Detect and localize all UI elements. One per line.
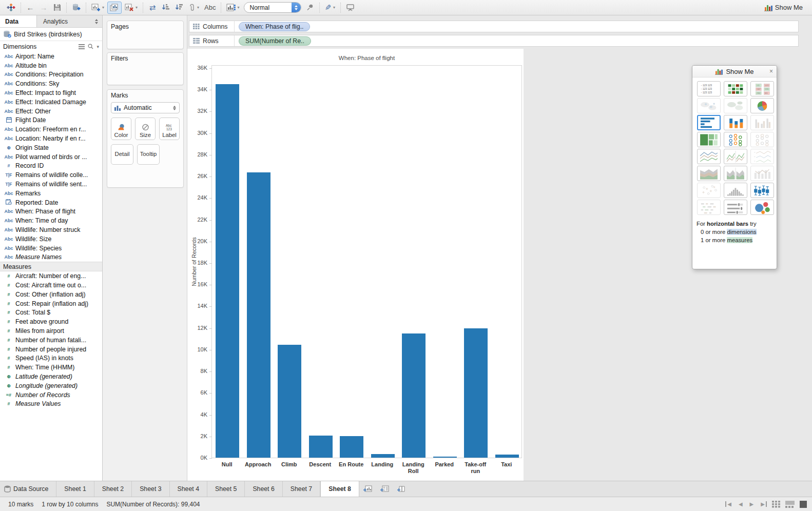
field-row[interactable]: AbcWildlife: Species xyxy=(0,244,102,253)
bar[interactable] xyxy=(247,172,270,458)
show-sheet-sorter-icon[interactable] xyxy=(800,501,807,508)
showme-item-treemap[interactable] xyxy=(697,132,721,147)
first-sheet-button[interactable]: ◀ xyxy=(725,501,732,507)
tab-data[interactable]: Data xyxy=(0,15,37,27)
showme-item-symbol-map[interactable] xyxy=(697,98,721,113)
plot-area[interactable] xyxy=(211,65,522,458)
field-row[interactable]: AbcPilot warned of birds or ... xyxy=(0,152,102,162)
sort-ascending-button[interactable] xyxy=(160,2,172,14)
showme-item-highlight-table[interactable] xyxy=(724,81,747,96)
view-size-dropdown[interactable]: Normal xyxy=(244,2,301,13)
sheet-tab-sheet-2[interactable]: Sheet 2 xyxy=(94,481,132,497)
new-story-button[interactable] xyxy=(393,481,410,497)
showme-item-horizontal-bars[interactable] xyxy=(697,115,721,130)
field-row[interactable]: #Cost: Aircraft time out o... xyxy=(0,281,102,290)
field-row[interactable]: AbcWhen: Time of day xyxy=(0,216,102,225)
bar[interactable] xyxy=(402,333,426,458)
field-row[interactable]: #Measure Values xyxy=(0,399,102,408)
tab-analytics[interactable]: Analytics xyxy=(37,15,91,27)
showme-item-lines-continuous[interactable] xyxy=(697,149,721,164)
showme-item-histogram[interactable] xyxy=(724,183,747,198)
sheet-tab-sheet-5[interactable]: Sheet 5 xyxy=(207,481,245,497)
bar[interactable] xyxy=(495,455,519,458)
field-row[interactable]: AbcEffect: Other xyxy=(0,107,102,116)
field-row[interactable]: AbcAltitude bin xyxy=(0,61,102,70)
sheet-tab-sheet-6[interactable]: Sheet 6 xyxy=(245,481,282,497)
showme-item-side-by-side-circles[interactable] xyxy=(750,132,774,147)
field-row[interactable]: ⊕Longitude (generated) xyxy=(0,381,102,390)
field-row[interactable]: AbcWildlife: Number struck xyxy=(0,225,102,234)
label-button[interactable]: Abc123 Label xyxy=(159,117,180,140)
next-sheet-button[interactable]: ▶ xyxy=(749,501,755,507)
redo-button[interactable]: → xyxy=(37,2,50,14)
field-row[interactable]: AbcConditions: Sky xyxy=(0,79,102,88)
bar[interactable] xyxy=(278,345,301,458)
tooltip-button[interactable]: Tooltip xyxy=(137,144,160,165)
showme-item-bullet-graph[interactable] xyxy=(724,200,747,215)
rows-pill[interactable]: SUM(Number of Re.. xyxy=(239,36,311,46)
field-row[interactable]: =#Number of Records xyxy=(0,390,102,400)
bar[interactable] xyxy=(216,84,239,458)
sheet-tab-sheet-8[interactable]: Sheet 8 xyxy=(320,481,359,497)
field-row[interactable]: AbcLocation: Nearby if en r... xyxy=(0,134,102,143)
last-sheet-button[interactable]: ▶ xyxy=(760,501,767,507)
swap-rows-columns-button[interactable]: ⇄ xyxy=(146,2,159,14)
field-row[interactable]: #Cost: Other (inflation adj) xyxy=(0,290,102,299)
mark-type-dropdown[interactable]: Automatic xyxy=(111,102,180,113)
showme-item-gantt[interactable] xyxy=(697,200,721,215)
new-worksheet-button[interactable] xyxy=(359,481,376,497)
fix-axes-pin-button[interactable] xyxy=(304,2,316,14)
pane-menu-caret[interactable]: ▾ xyxy=(96,44,99,49)
pane-stepper-icon[interactable] xyxy=(91,15,102,27)
sort-descending-button[interactable] xyxy=(173,2,185,14)
datasource-item[interactable]: Bird Strikes (birdstrikes) xyxy=(0,28,102,41)
field-row[interactable]: #Feet above ground xyxy=(0,317,102,326)
bar[interactable] xyxy=(464,328,488,458)
field-row[interactable]: T|FRemains of wildlife colle... xyxy=(0,170,102,180)
pages-shelf[interactable]: Pages xyxy=(107,21,184,49)
columns-shelf[interactable]: Columns When: Phase of flig.. xyxy=(189,21,799,32)
show-me-header[interactable]: Show Me × xyxy=(692,66,777,77)
highlight-button[interactable]: ✎▾ xyxy=(323,2,337,14)
find-field-icon[interactable] xyxy=(88,44,93,49)
clear-sheet-button[interactable]: ▾ xyxy=(123,2,140,14)
bar[interactable] xyxy=(340,436,363,458)
showme-item-text-table[interactable]: - 123 123- 123 123- 123 123 xyxy=(697,81,721,96)
tableau-logo-icon[interactable] xyxy=(5,2,17,14)
field-row[interactable]: AbcWildlife: Size xyxy=(0,234,102,244)
view-list-icon[interactable] xyxy=(79,44,85,49)
showme-item-dual-combination[interactable] xyxy=(750,166,774,181)
tab-data-source[interactable]: Data Source xyxy=(0,481,56,497)
field-row[interactable]: Flight Date xyxy=(0,116,102,125)
field-row[interactable]: #When: Time (HHMM) xyxy=(0,363,102,372)
field-row[interactable]: AbcEffect: Indicated Damage xyxy=(0,97,102,107)
field-row[interactable]: #Cost: Repair (inflation adj) xyxy=(0,299,102,308)
field-row[interactable]: AbcConditions: Precipitation xyxy=(0,70,102,80)
field-row[interactable]: #Speed (IAS) in knots xyxy=(0,354,102,363)
showme-item-heat-map[interactable]: 1721272134711962982821 xyxy=(750,81,774,96)
field-row[interactable]: AbcAirport: Name xyxy=(0,52,102,61)
field-row[interactable]: AbcMeasure Names xyxy=(0,253,102,262)
showme-item-filled-map[interactable] xyxy=(724,98,747,113)
previous-sheet-button[interactable]: ◀ xyxy=(738,501,744,507)
show-sheet-tabs-icon[interactable] xyxy=(772,501,780,508)
close-icon[interactable]: × xyxy=(769,68,773,75)
show-me-toolbar-button[interactable]: Show Me xyxy=(764,4,808,11)
field-row[interactable]: AbcLocation: Freeform en r... xyxy=(0,125,102,134)
show-filmstrip-icon[interactable] xyxy=(785,501,795,508)
field-row[interactable]: #Cost: Total $ xyxy=(0,308,102,318)
field-row[interactable]: Reported: Date xyxy=(0,198,102,207)
new-dashboard-button[interactable] xyxy=(376,481,393,497)
sheet-tab-sheet-7[interactable]: Sheet 7 xyxy=(283,481,320,497)
bar[interactable] xyxy=(371,454,395,458)
sheet-tab-sheet-4[interactable]: Sheet 4 xyxy=(170,481,207,497)
save-button[interactable] xyxy=(51,2,63,14)
field-row[interactable]: #Number of people injured xyxy=(0,345,102,354)
field-row[interactable]: #Miles from airport xyxy=(0,326,102,336)
columns-pill[interactable]: When: Phase of flig.. xyxy=(239,22,310,31)
color-button[interactable]: Color xyxy=(111,117,131,140)
field-row[interactable]: #Aircraft: Number of eng... xyxy=(0,271,102,281)
showme-item-scatter[interactable] xyxy=(697,183,721,198)
show-mark-labels-button[interactable]: Abc xyxy=(202,2,218,14)
field-row[interactable]: AbcRemarks xyxy=(0,189,102,198)
